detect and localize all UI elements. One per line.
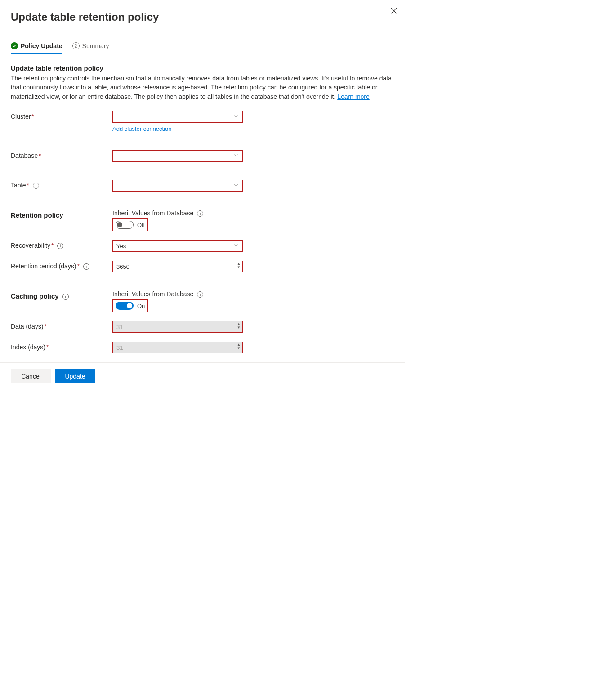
info-icon[interactable]: i <box>197 210 203 217</box>
inherit-caching-toggle[interactable] <box>116 302 134 310</box>
recoverability-select[interactable]: Yes <box>112 240 243 252</box>
info-icon[interactable]: i <box>57 243 63 249</box>
info-icon[interactable]: i <box>62 294 69 300</box>
retention-period-label: Retention period (days) <box>11 263 76 270</box>
tab-policy-update[interactable]: Policy Update <box>11 42 62 54</box>
data-days-input: 31 ▲▼ <box>112 321 243 333</box>
tab-summary[interactable]: 2 Summary <box>72 42 109 54</box>
spinner-icon[interactable]: ▲▼ <box>237 262 241 269</box>
checkmark-icon <box>11 42 18 49</box>
cancel-button[interactable]: Cancel <box>11 369 51 383</box>
info-icon[interactable]: i <box>33 183 39 189</box>
retention-period-input[interactable]: 3650 ▲▼ <box>112 261 243 272</box>
add-cluster-link[interactable]: Add cluster connection <box>112 125 172 132</box>
index-days-input: 31 ▲▼ <box>112 342 243 353</box>
tab-label: Summary <box>82 42 109 49</box>
learn-more-link[interactable]: Learn more <box>337 93 370 100</box>
chevron-down-icon <box>233 182 239 189</box>
table-label: Table <box>11 182 26 189</box>
caching-policy-heading: Caching policy <box>11 292 59 300</box>
info-icon[interactable]: i <box>83 263 89 270</box>
database-select[interactable] <box>112 150 243 162</box>
chevron-down-icon <box>233 243 239 250</box>
step-number-icon: 2 <box>72 42 80 49</box>
recoverability-label: Recoverability <box>11 242 50 249</box>
toggle-state-label: On <box>137 303 145 309</box>
footer: Cancel Update <box>0 362 405 390</box>
inherit-retention-toggle-wrap: Off <box>112 218 148 231</box>
toggle-state-label: Off <box>137 222 145 228</box>
index-days-label: Index (days) <box>11 343 45 351</box>
inherit-retention-toggle[interactable] <box>116 221 134 229</box>
inherit-caching-toggle-wrap: On <box>112 299 148 312</box>
chevron-down-icon <box>233 113 239 120</box>
close-button[interactable] <box>388 5 399 16</box>
data-days-label: Data (days) <box>11 323 43 330</box>
tab-bar: Policy Update 2 Summary <box>11 42 394 54</box>
spinner-icon: ▲▼ <box>237 343 241 350</box>
section-description: The retention policy controls the mechan… <box>11 74 394 101</box>
inherit-caching-label: Inherit Values from Database <box>112 290 193 298</box>
chevron-down-icon <box>233 152 239 159</box>
table-select[interactable] <box>112 180 243 192</box>
spinner-icon: ▲▼ <box>237 322 241 330</box>
cluster-label: Cluster <box>11 113 31 120</box>
update-button[interactable]: Update <box>55 369 95 383</box>
tab-label: Policy Update <box>21 42 62 49</box>
info-icon[interactable]: i <box>197 291 203 298</box>
retention-policy-heading: Retention policy <box>11 211 63 219</box>
section-title: Update table retention policy <box>11 64 394 72</box>
database-label: Database <box>11 152 38 159</box>
cluster-select[interactable] <box>112 111 243 123</box>
page-title: Update table retention policy <box>11 11 394 23</box>
inherit-retention-label: Inherit Values from Database <box>112 210 193 217</box>
